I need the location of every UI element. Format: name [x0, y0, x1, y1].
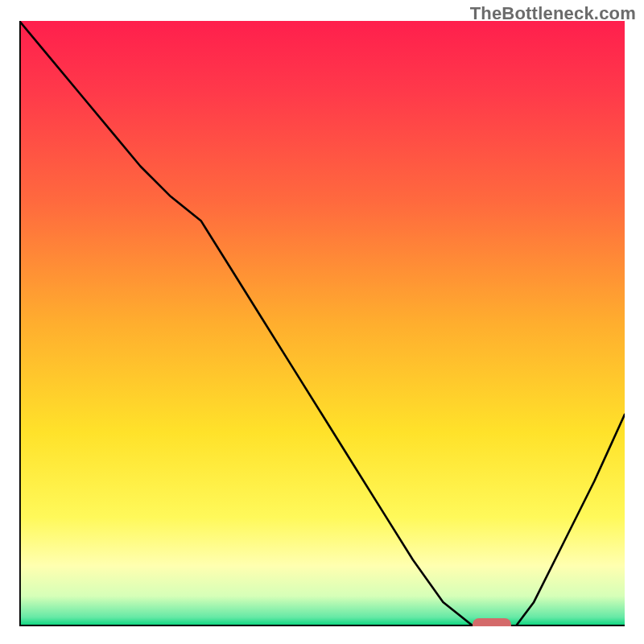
svg-rect-0 — [19, 21, 625, 626]
watermark-text: TheBottleneck.com — [470, 3, 636, 24]
chart-container: TheBottleneck.com — [0, 0, 644, 644]
plot-area — [19, 21, 625, 626]
optimal-marker — [473, 618, 511, 626]
background-gradient — [19, 21, 625, 626]
